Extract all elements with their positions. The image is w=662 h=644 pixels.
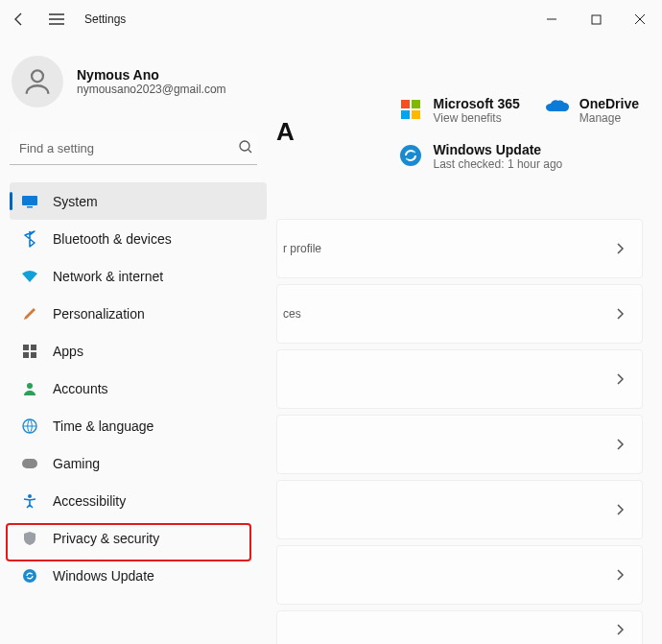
tile-microsoft-365[interactable]: Microsoft 365 View benefits xyxy=(399,96,520,125)
tile-title: OneDrive xyxy=(579,96,639,111)
globe-icon xyxy=(21,417,38,435)
chevron-right-icon xyxy=(615,242,625,255)
settings-cards: r profile ces xyxy=(276,219,643,644)
svg-point-13 xyxy=(23,569,36,583)
bluetooth-icon xyxy=(21,230,38,248)
apps-icon xyxy=(21,343,38,360)
window-controls xyxy=(530,0,662,38)
svg-rect-3 xyxy=(22,196,37,205)
search-box[interactable] xyxy=(10,132,267,165)
app-title: Settings xyxy=(84,12,126,26)
minimize-icon xyxy=(546,13,557,25)
tile-onedrive[interactable]: OneDrive Manage xyxy=(545,96,639,125)
svg-point-1 xyxy=(32,70,43,82)
nav-label: Time & language xyxy=(53,418,154,434)
chevron-right-icon xyxy=(615,438,625,451)
menu-button[interactable] xyxy=(38,0,75,38)
settings-card[interactable] xyxy=(276,545,643,605)
chevron-right-icon xyxy=(615,307,625,321)
nav-label: Network & internet xyxy=(53,269,163,284)
update-icon xyxy=(21,567,38,584)
svg-point-12 xyxy=(28,494,32,498)
nav-label: System xyxy=(53,194,98,209)
svg-point-2 xyxy=(240,141,249,151)
settings-card[interactable]: r profile xyxy=(276,219,643,278)
nav-label: Bluetooth & devices xyxy=(53,231,172,247)
nav-item-windows-update[interactable]: Windows Update xyxy=(10,557,267,594)
tile-title: Microsoft 365 xyxy=(434,96,520,111)
sidebar: Nymous Ano nymousano2023@gmail.com Syste… xyxy=(0,38,276,644)
search-icon xyxy=(238,139,253,155)
nav-label: Windows Update xyxy=(53,568,154,584)
card-fragment: r profile xyxy=(283,242,321,255)
nav-item-accounts[interactable]: Accounts xyxy=(10,370,267,407)
accessibility-icon xyxy=(21,492,38,510)
page-heading-fragment: A xyxy=(276,117,295,147)
nav-label: Accessibility xyxy=(53,493,126,509)
maximize-icon xyxy=(591,14,602,25)
main-content: A Microsoft 365 View benefits xyxy=(276,38,662,644)
wifi-icon xyxy=(21,268,38,285)
maximize-button[interactable] xyxy=(574,0,618,38)
chevron-right-icon xyxy=(615,623,625,636)
top-tiles: Microsoft 365 View benefits OneDrive Man… xyxy=(399,96,640,171)
account-icon xyxy=(21,380,38,397)
hamburger-icon xyxy=(49,13,64,25)
settings-card[interactable]: ces xyxy=(276,284,643,344)
back-button[interactable] xyxy=(0,0,38,38)
nav-label: Personalization xyxy=(53,306,145,322)
shield-icon xyxy=(21,530,38,547)
nav-label: Apps xyxy=(53,344,83,359)
settings-card[interactable] xyxy=(276,415,643,474)
svg-rect-0 xyxy=(592,15,601,24)
chevron-right-icon xyxy=(615,503,625,516)
nav-item-privacy-security[interactable]: Privacy & security xyxy=(10,519,267,557)
nav-item-accessibility[interactable]: Accessibility xyxy=(10,482,267,519)
close-icon xyxy=(634,13,646,25)
svg-point-18 xyxy=(400,145,421,166)
tile-sub: Manage xyxy=(579,111,639,125)
chevron-right-icon xyxy=(615,372,625,386)
chevron-right-icon xyxy=(615,568,625,582)
person-icon xyxy=(21,65,54,98)
svg-rect-7 xyxy=(23,352,29,358)
onedrive-icon xyxy=(545,98,568,121)
close-button[interactable] xyxy=(618,0,662,38)
svg-rect-11 xyxy=(22,459,37,468)
svg-point-9 xyxy=(27,383,33,389)
settings-card[interactable] xyxy=(276,480,643,539)
nav-item-system[interactable]: System xyxy=(10,182,267,220)
update-icon xyxy=(399,144,422,167)
svg-rect-15 xyxy=(412,100,420,108)
settings-card[interactable] xyxy=(276,610,643,644)
nav-item-time-language[interactable]: Time & language xyxy=(10,407,267,444)
nav-label: Privacy & security xyxy=(53,531,159,546)
tile-windows-update[interactable]: Windows Update Last checked: 1 hour ago xyxy=(399,142,563,171)
svg-rect-17 xyxy=(412,110,420,119)
account-email: nymousano2023@gmail.com xyxy=(77,83,226,96)
svg-rect-14 xyxy=(401,100,410,108)
tile-sub: Last checked: 1 hour ago xyxy=(434,157,563,171)
settings-card[interactable] xyxy=(276,349,643,409)
account-block[interactable]: Nymous Ano nymousano2023@gmail.com xyxy=(10,48,267,119)
avatar xyxy=(12,56,63,107)
account-name: Nymous Ano xyxy=(77,67,226,83)
svg-rect-5 xyxy=(23,345,29,350)
nav-label: Accounts xyxy=(53,381,108,396)
nav-item-gaming[interactable]: Gaming xyxy=(10,444,267,482)
titlebar: Settings xyxy=(0,0,662,38)
svg-rect-16 xyxy=(401,110,410,119)
search-input[interactable] xyxy=(10,132,257,165)
brush-icon xyxy=(21,305,38,322)
tile-sub: View benefits xyxy=(434,111,520,125)
card-fragment: ces xyxy=(283,307,301,321)
nav-item-bluetooth[interactable]: Bluetooth & devices xyxy=(10,220,267,257)
nav-item-apps[interactable]: Apps xyxy=(10,332,267,370)
nav-item-personalization[interactable]: Personalization xyxy=(10,295,267,332)
nav-item-network[interactable]: Network & internet xyxy=(10,257,267,295)
minimize-button[interactable] xyxy=(530,0,574,38)
display-icon xyxy=(21,193,38,210)
nav-label: Gaming xyxy=(53,456,100,471)
microsoft-365-icon xyxy=(399,98,422,121)
tile-title: Windows Update xyxy=(434,142,563,157)
